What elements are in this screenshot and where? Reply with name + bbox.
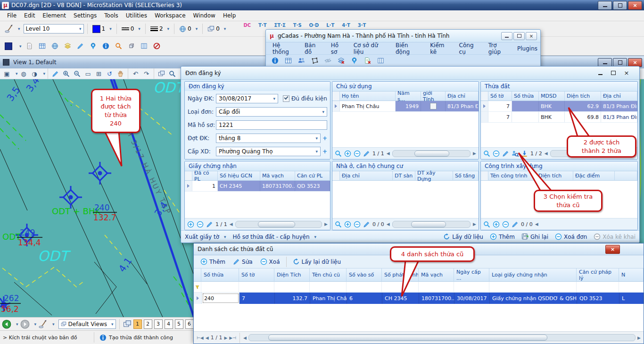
active-priority-picker[interactable]: 0 ▾ (206, 25, 227, 34)
old-table-selected-row[interactable]: 240 7 132.7 Phan Thị Châu 6 CH 2345 1807… (194, 293, 644, 304)
flag-tool[interactable] (89, 42, 98, 51)
view-toggle-2[interactable]: 2 (144, 319, 152, 329)
edit-icon[interactable] (502, 150, 509, 157)
horizontal-scrollbar[interactable] (392, 221, 471, 228)
scroll-right-icon[interactable]: ▶ (473, 222, 476, 227)
check-old-parcel-icon[interactable] (512, 150, 519, 157)
du-dieu-kien-checkbox[interactable] (283, 95, 289, 102)
filter-cell[interactable] (201, 282, 239, 292)
view-previous-button[interactable]: ↶ (131, 69, 140, 78)
don-restore-button[interactable] (608, 69, 619, 76)
columns-icon[interactable] (377, 57, 384, 64)
view-display-style-button[interactable]: ◍ (19, 69, 29, 78)
adjust-brightness-button[interactable]: ◑ (30, 69, 40, 78)
active-element-template-button[interactable]: ▾ (3, 23, 22, 34)
minimize-button[interactable] (598, 1, 612, 10)
toolbar-fragment-icon[interactable]: T·S (293, 23, 302, 28)
edit-icon[interactable] (206, 221, 213, 228)
add-icon[interactable] (344, 221, 351, 228)
old-table-filter-row[interactable] (194, 282, 644, 293)
table-row[interactable]: Phan Thị Châu 1949 81/3 Phan Đình (332, 101, 479, 112)
gcadas-menu-plugins[interactable]: Plugins (514, 44, 540, 53)
gcadas-menu-tro-giup[interactable]: Trợ giúp (486, 41, 512, 56)
column-header[interactable]: Số hiệu GCN (218, 171, 260, 181)
column-header[interactable]: Số vào số (347, 268, 382, 282)
column-header[interactable]: Số tờ (239, 268, 274, 282)
prev-page-icon[interactable]: ◀ (206, 336, 209, 340)
filter-cell[interactable] (274, 282, 310, 292)
view-restore-button[interactable] (613, 58, 627, 67)
element-selection-tool[interactable] (4, 42, 13, 51)
view-next-button[interactable]: ↷ (141, 69, 151, 78)
scrollbar-thumb[interactable] (414, 151, 449, 157)
info-tool[interactable] (101, 42, 111, 51)
layers-remove-icon[interactable] (338, 57, 345, 64)
horizontal-scrollbar[interactable] (248, 334, 636, 341)
cell-library-tool[interactable] (127, 42, 136, 51)
view-minimize-button[interactable] (598, 58, 612, 67)
xoa-don-button[interactable]: Xoá đơn (555, 233, 587, 240)
scroll-left-icon[interactable]: ◀ (387, 222, 390, 227)
references-tool[interactable] (50, 42, 60, 51)
remove-icon[interactable] (197, 221, 204, 228)
column-header[interactable]: Số thửa (512, 92, 539, 101)
cap-xd-field[interactable]: Phường Quảng Thọ ▾ (216, 147, 321, 156)
new-file-tool[interactable] (25, 42, 34, 51)
toolbar-fragment-icon[interactable]: T·T (258, 23, 266, 28)
column-header[interactable]: Diện tích (565, 92, 601, 101)
filter-cell[interactable] (310, 282, 347, 292)
active-level-combo[interactable]: Level 10 ▾ (24, 24, 84, 34)
xoa-button[interactable]: Xoá (257, 257, 283, 266)
scroll-left-icon[interactable]: ◀ (243, 336, 247, 340)
eye-off-icon[interactable] (324, 57, 331, 64)
menu-tools[interactable]: Tools (101, 11, 122, 20)
toolbar-fragment-icon[interactable]: 3·T (358, 23, 366, 28)
column-header[interactable]: MDSD (539, 92, 565, 101)
scroll-left-icon[interactable]: ◀ (545, 151, 548, 156)
active-line-style-picker[interactable]: 0 ▾ (120, 25, 142, 33)
menu-utilities[interactable]: Utilities (123, 11, 150, 20)
don-close-button[interactable]: × (621, 69, 632, 76)
xuat-giay-to-button[interactable]: Xuất giấy tờ ▾ (185, 234, 226, 240)
filter-cell[interactable] (382, 282, 419, 292)
column-header[interactable]: DT sàn (393, 171, 415, 181)
gender-checkbox[interactable] (430, 103, 437, 109)
menu-window[interactable]: Window (190, 11, 219, 20)
view-group-combo[interactable]: Default Views ▾ (58, 319, 116, 329)
filter-cell[interactable] (577, 282, 619, 292)
menu-edit[interactable]: Edit (21, 11, 38, 20)
xoa-ke-khai-button[interactable]: Xóa kê khai (594, 233, 636, 240)
add-icon[interactable] (187, 221, 194, 228)
column-header[interactable]: Tên công trình (488, 171, 537, 181)
restore-button[interactable] (613, 1, 627, 10)
filter-cell[interactable] (419, 282, 454, 292)
column-header[interactable]: Năm s... (396, 92, 421, 101)
users-icon[interactable] (298, 57, 305, 64)
models-tool[interactable] (38, 42, 47, 51)
scroll-right-icon[interactable]: ▶ (637, 336, 641, 340)
gcadas-menu-cong-cu[interactable]: Công cụ (456, 41, 484, 56)
window-area-button[interactable]: ▭ (83, 69, 93, 78)
menu-workspace[interactable]: Workspace (151, 11, 189, 20)
column-header[interactable]: Địa chỉ (601, 92, 637, 101)
column-header[interactable]: Ngày cấp ... (454, 268, 489, 282)
document-remove-icon[interactable] (364, 57, 371, 64)
table-row[interactable]: 7 BHK 62.9 81/3 Phan Đình Gi (481, 101, 637, 112)
location-pin-icon[interactable] (351, 57, 358, 64)
view-toggles-button[interactable] (123, 320, 132, 328)
view-close-button[interactable]: × (628, 58, 642, 67)
column-header[interactable]: Diện Tích (274, 268, 310, 282)
ghi-lai-button[interactable]: Ghi lại (521, 233, 548, 240)
zoom-in-button[interactable] (61, 69, 71, 78)
old-dialog-close-button[interactable]: × (605, 245, 620, 254)
scroll-right-icon[interactable]: ▶ (473, 151, 476, 156)
column-header[interactable]: Số phát hành (382, 268, 419, 282)
add-icon[interactable] (344, 150, 351, 157)
view-toggle-5[interactable]: 5 (175, 319, 183, 329)
clip-volume-button[interactable] (167, 69, 177, 78)
toolbar-fragment-icon[interactable]: ƩT·Ʃ (274, 23, 285, 28)
polygon-icon[interactable] (311, 57, 318, 64)
active-color-picker[interactable]: 1 ▾ (91, 24, 113, 34)
cap-xd-add-button[interactable]: + (322, 148, 327, 155)
column-header[interactable]: Căn cứ PL (295, 171, 330, 181)
